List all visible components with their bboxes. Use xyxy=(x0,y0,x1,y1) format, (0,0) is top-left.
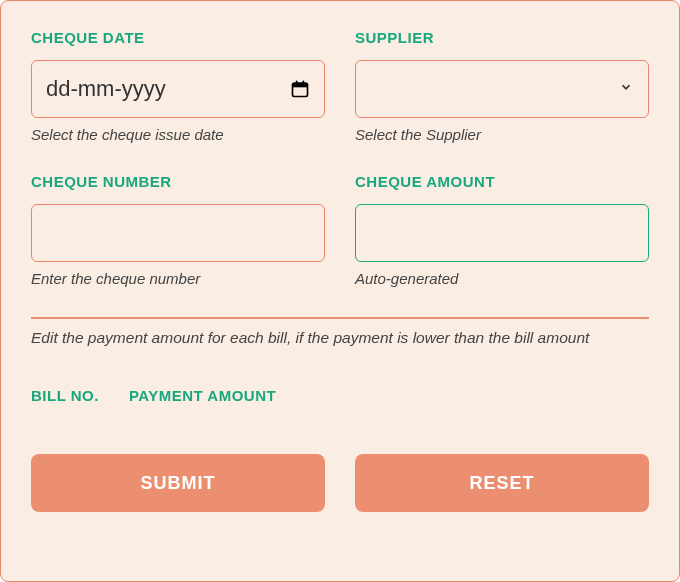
cheque-date-input[interactable]: dd-mm-yyyy xyxy=(31,60,325,118)
bill-no-header: BILL NO. xyxy=(31,387,99,404)
cheque-number-label: CHEQUE NUMBER xyxy=(31,173,325,190)
reset-button[interactable]: RESET xyxy=(355,454,649,512)
form-row-2: CHEQUE NUMBER Enter the cheque number CH… xyxy=(31,173,649,287)
cheque-number-group: CHEQUE NUMBER Enter the cheque number xyxy=(31,173,325,287)
submit-button[interactable]: SUBMIT xyxy=(31,454,325,512)
cheque-amount-input[interactable] xyxy=(355,204,649,262)
svg-rect-1 xyxy=(293,83,308,87)
supplier-hint: Select the Supplier xyxy=(355,126,649,143)
instruction-text: Edit the payment amount for each bill, i… xyxy=(31,329,649,347)
payment-form-container: CHEQUE DATE dd-mm-yyyy Select the cheque… xyxy=(0,0,680,582)
bill-table-headers: BILL NO. PAYMENT AMOUNT xyxy=(31,387,649,404)
payment-amount-header: PAYMENT AMOUNT xyxy=(129,387,276,404)
supplier-select-wrapper xyxy=(355,60,649,118)
form-row-1: CHEQUE DATE dd-mm-yyyy Select the cheque… xyxy=(31,29,649,143)
cheque-amount-label: CHEQUE AMOUNT xyxy=(355,173,649,190)
supplier-group: SUPPLIER Select the Supplier xyxy=(355,29,649,143)
cheque-amount-group: CHEQUE AMOUNT Auto-generated xyxy=(355,173,649,287)
cheque-date-placeholder: dd-mm-yyyy xyxy=(46,76,166,102)
supplier-label: SUPPLIER xyxy=(355,29,649,46)
cheque-date-hint: Select the cheque issue date xyxy=(31,126,325,143)
cheque-amount-hint: Auto-generated xyxy=(355,270,649,287)
section-divider xyxy=(31,317,649,319)
button-row: SUBMIT RESET xyxy=(31,454,649,512)
cheque-date-group: CHEQUE DATE dd-mm-yyyy Select the cheque… xyxy=(31,29,325,143)
cheque-number-input[interactable] xyxy=(31,204,325,262)
cheque-date-label: CHEQUE DATE xyxy=(31,29,325,46)
cheque-number-hint: Enter the cheque number xyxy=(31,270,325,287)
calendar-icon xyxy=(290,79,310,99)
supplier-select[interactable] xyxy=(355,60,649,118)
cheque-date-input-wrapper: dd-mm-yyyy xyxy=(31,60,325,118)
